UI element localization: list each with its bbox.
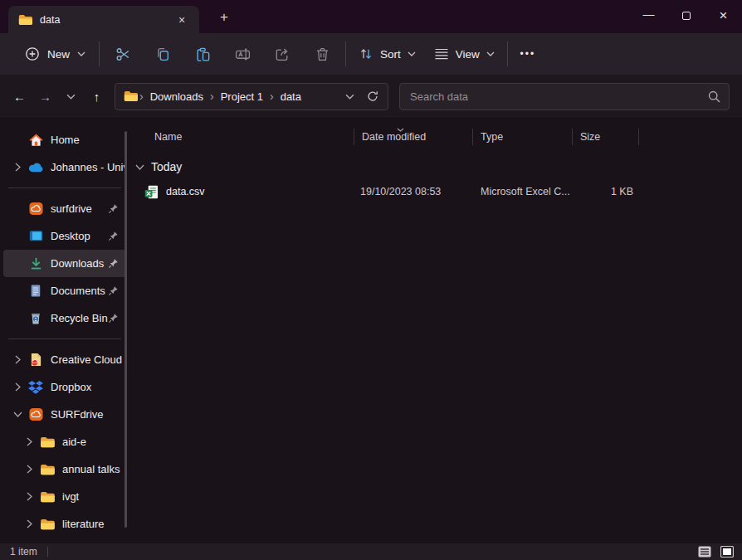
sidebar-item-downloads[interactable]: Downloads — [3, 250, 126, 277]
minimize-icon: — — [643, 7, 655, 21]
sidebar-item-label: aid-e — [62, 436, 126, 448]
chevron-down-icon[interactable] — [8, 411, 27, 417]
chevron-right-icon[interactable] — [20, 519, 38, 528]
pin-icon — [108, 230, 119, 245]
large-icons-view-button[interactable] — [717, 544, 737, 559]
tab-title: data — [40, 14, 171, 26]
tab-data[interactable]: data × — [8, 6, 199, 33]
chevron-right-icon[interactable] — [8, 382, 27, 392]
recent-locations-button[interactable] — [58, 82, 84, 110]
search-box — [399, 83, 730, 110]
cut-button[interactable] — [103, 39, 143, 69]
chevron-down-icon — [408, 51, 416, 56]
chevron-right-icon[interactable] — [20, 492, 38, 501]
copy-button[interactable] — [143, 39, 183, 69]
close-button[interactable]: × — [705, 0, 742, 32]
breadcrumb-item-downloads[interactable]: Downloads — [145, 88, 208, 105]
toolbar-separator — [345, 41, 346, 66]
breadcrumb: › Downloads › Project 1 › data — [115, 83, 388, 110]
chevron-down-icon — [66, 94, 76, 100]
view-button[interactable]: View — [425, 39, 504, 69]
sidebar-item-label: literature — [62, 518, 126, 530]
pin-icon — [108, 285, 119, 299]
tab-close-icon[interactable]: × — [171, 10, 193, 30]
minimize-button[interactable]: — — [630, 0, 667, 32]
scissors-icon — [115, 46, 131, 62]
dropbox-icon — [27, 381, 45, 394]
chevron-right-icon[interactable] — [20, 437, 38, 446]
item-count: 1 item — [10, 546, 37, 558]
paste-button[interactable] — [183, 39, 222, 69]
forward-button[interactable]: → — [32, 82, 58, 110]
file-row-data-csv[interactable]: data.csv 19/10/2023 08:53 Microsoft Exce… — [129, 179, 742, 204]
column-header-size[interactable]: Size — [572, 124, 638, 149]
address-dropdown-button[interactable] — [338, 85, 361, 108]
sidebar-item-ivgt[interactable]: ivgt — [3, 483, 126, 510]
sidebar-item-surfdrive[interactable]: surfdrive — [3, 195, 126, 222]
new-tab-button[interactable]: + — [212, 6, 236, 29]
delete-button[interactable] — [302, 39, 342, 69]
breadcrumb-item-data[interactable]: data — [276, 88, 306, 105]
sidebar-item-recycle-bin[interactable]: Recycle Bin — [3, 304, 126, 332]
sidebar-item-label: Home — [51, 134, 126, 146]
pin-icon — [108, 257, 119, 272]
file-size: 1 KB — [572, 186, 638, 197]
command-toolbar: New Sort View — [0, 33, 742, 75]
excel-csv-icon — [144, 185, 159, 199]
sidebar-item-home[interactable]: Home — [3, 126, 126, 153]
up-button[interactable]: ↑ — [84, 82, 110, 110]
large-icons-view-icon — [720, 546, 734, 558]
search-input[interactable] — [400, 84, 729, 110]
plus-circle-icon — [25, 46, 40, 61]
sidebar-item-literature[interactable]: literature — [3, 510, 126, 538]
back-button[interactable]: ← — [7, 82, 32, 110]
sidebar-item-documents[interactable]: Documents — [3, 277, 126, 304]
file-list-pane: Name Date modified Type Size Today — [129, 119, 742, 543]
see-more-button[interactable]: ••• — [511, 39, 544, 69]
sort-indicator-icon — [397, 123, 404, 134]
rename-button[interactable] — [222, 39, 262, 69]
column-header-name[interactable]: Name — [129, 124, 354, 149]
sidebar-item-aid-e[interactable]: aid-e — [3, 428, 126, 455]
content-area: Home Johannes - Univ surfdrive — [0, 119, 742, 543]
sidebar-item-annual-talks[interactable]: annual talks — [3, 455, 126, 483]
breadcrumb-item-project-1[interactable]: Project 1 — [216, 88, 268, 105]
sidebar-item-desktop[interactable]: Desktop — [3, 222, 126, 250]
refresh-button[interactable] — [361, 85, 384, 108]
sidebar-item-surfdrive-tree[interactable]: SURFdrive — [3, 401, 126, 428]
sidebar-item-label: annual talks — [62, 463, 126, 475]
column-header-date-modified[interactable]: Date modified — [354, 124, 472, 149]
group-header-today[interactable]: Today — [129, 154, 742, 179]
view-lines-icon — [434, 47, 449, 61]
navigation-pane: Home Johannes - Univ surfdrive — [0, 119, 129, 543]
status-divider — [47, 547, 48, 557]
downloads-icon — [27, 256, 45, 270]
sort-button[interactable]: Sort — [349, 39, 425, 69]
new-button[interactable]: New — [15, 39, 95, 69]
file-name: data.csv — [166, 186, 205, 197]
share-button[interactable] — [262, 39, 302, 69]
details-view-button[interactable] — [695, 544, 715, 559]
clipboard-icon — [195, 46, 211, 62]
chevron-right-icon[interactable] — [20, 465, 38, 474]
search-icon[interactable] — [707, 90, 721, 107]
sidebar-item-dropbox[interactable]: Dropbox — [3, 373, 126, 401]
sidebar-scrollbar[interactable] — [124, 131, 127, 528]
column-header-blank — [638, 124, 742, 149]
breadcrumb-separator: › — [208, 90, 216, 103]
sort-arrows-icon — [359, 46, 373, 61]
chevron-down-icon — [77, 51, 85, 56]
chevron-right-icon[interactable] — [8, 163, 27, 172]
creative-cloud-icon — [27, 353, 45, 367]
sidebar-item-onedrive[interactable]: Johannes - Univ — [3, 153, 126, 181]
pin-icon — [108, 202, 119, 217]
view-button-label: View — [456, 48, 480, 61]
sidebar-item-creative-cloud[interactable]: Creative Cloud F — [3, 346, 126, 373]
chevron-right-icon[interactable] — [8, 355, 27, 364]
sidebar-item-label: Creative Cloud F — [51, 353, 126, 366]
sort-button-label: Sort — [380, 48, 401, 61]
folder-icon — [38, 519, 56, 530]
maximize-button[interactable] — [667, 0, 705, 32]
status-bar: 1 item — [0, 543, 742, 560]
column-header-type[interactable]: Type — [472, 124, 572, 149]
